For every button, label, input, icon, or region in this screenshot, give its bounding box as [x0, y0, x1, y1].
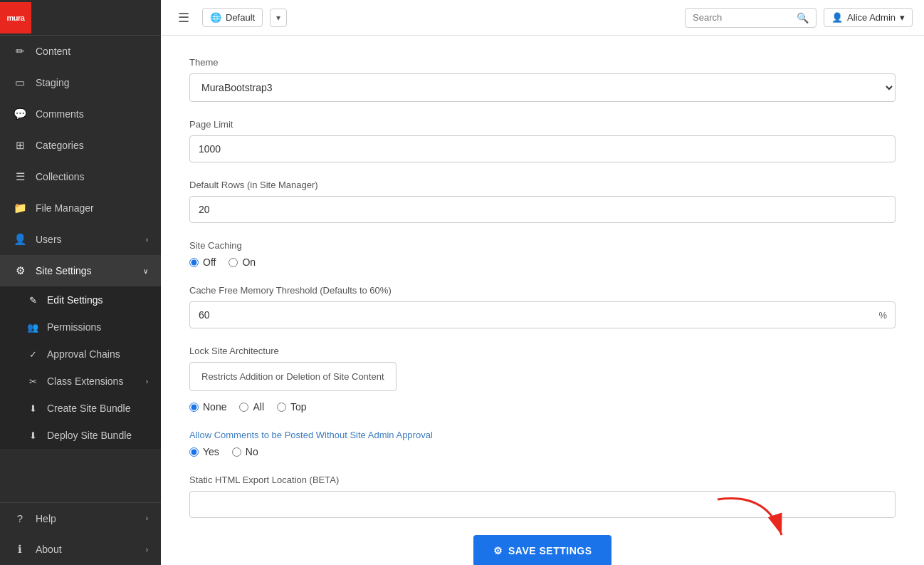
sidebar-item-approval-chains[interactable]: ✓ Approval Chains [0, 341, 161, 368]
site-selector-button[interactable]: 🌐 Default [202, 8, 263, 27]
lock-top-radio[interactable] [277, 403, 286, 412]
sidebar-item-class-extensions[interactable]: ✂ Class Extensions › [0, 368, 161, 395]
lock-all-label[interactable]: All [239, 401, 264, 413]
site-caching-section: Site Caching Off On [189, 240, 896, 268]
sidebar-item-edit-settings[interactable]: ✎ Edit Settings [0, 286, 161, 313]
deploy-bundle-icon: ⬇ [26, 430, 40, 441]
save-button-label: SAVE SETTINGS [508, 545, 592, 556]
sidebar-item-site-settings[interactable]: ⚙ Site Settings ∨ [0, 255, 161, 286]
sidebar-item-permissions[interactable]: 👥 Permissions [0, 313, 161, 341]
cache-threshold-section: Cache Free Memory Threshold (Defaults to… [189, 285, 896, 328]
sidebar-item-collections[interactable]: ☰ Collections [0, 161, 161, 192]
permissions-icon: 👥 [26, 322, 40, 333]
default-rows-section: Default Rows (in Site Manager) [189, 180, 896, 223]
chevron-right-icon: › [146, 236, 148, 244]
sidebar-item-create-bundle[interactable]: ⬇ Create Site Bundle [0, 395, 161, 422]
search-input[interactable] [693, 12, 792, 23]
sidebar-header: mura [0, 0, 161, 36]
sidebar-item-label: Help [36, 513, 56, 524]
save-area: ⚙ SAVE SETTINGS [189, 535, 896, 565]
theme-label: Theme [189, 57, 896, 68]
default-rows-label: Default Rows (in Site Manager) [189, 180, 896, 190]
caching-radio-group: Off On [189, 256, 896, 268]
lock-none-label[interactable]: None [189, 401, 226, 413]
lock-site-section: Lock Site Architecture Restricts Additio… [189, 346, 896, 413]
sidebar-item-label: Comments [36, 108, 84, 120]
caching-on-label[interactable]: On [229, 256, 256, 268]
comments-yes-label[interactable]: Yes [189, 446, 219, 457]
caching-off-radio[interactable] [189, 258, 199, 267]
hamburger-button[interactable]: ☰ [172, 7, 195, 28]
site-settings-subnav: ✎ Edit Settings 👥 Permissions ✓ Approval… [0, 286, 161, 449]
sidebar-item-about[interactable]: ℹ About › [0, 534, 161, 565]
comments-no-radio[interactable] [232, 447, 241, 457]
sidebar-item-label: About [36, 544, 62, 555]
sidebar-nav: ✏ Content ▭ Staging 💬 Comments ⊞ Categor… [0, 36, 161, 502]
sidebar-item-deploy-bundle[interactable]: ⬇ Deploy Site Bundle [0, 422, 161, 449]
lock-none-radio[interactable] [189, 403, 199, 412]
logo-text: mura [7, 14, 25, 22]
approval-icon: ✓ [26, 349, 40, 360]
site-settings-icon: ⚙ [13, 264, 27, 277]
sidebar-item-label: Collections [36, 171, 84, 182]
sidebar-item-users[interactable]: 👤 Users › [0, 224, 161, 255]
sidebar-item-comments[interactable]: 💬 Comments [0, 98, 161, 130]
sidebar-item-label: Users [36, 234, 62, 245]
lock-site-label: Lock Site Architecture [189, 346, 896, 356]
subitem-label: Create Site Bundle [47, 403, 131, 414]
static-html-input[interactable] [189, 491, 896, 518]
site-caching-label: Site Caching [189, 240, 896, 251]
categories-icon: ⊞ [13, 139, 27, 152]
theme-select[interactable]: MuraBootstrap3MuraBootstrap4Default [189, 73, 896, 102]
default-rows-input[interactable] [189, 196, 896, 223]
sidebar-item-file-manager[interactable]: 📁 File Manager [0, 192, 161, 224]
sidebar-item-label: Staging [36, 77, 69, 88]
caching-on-radio[interactable] [229, 258, 238, 267]
chevron-down-icon: ∨ [143, 267, 148, 275]
sidebar-item-staging[interactable]: ▭ Staging [0, 67, 161, 98]
help-icon: ? [13, 512, 27, 524]
lock-site-info-box: Restricts Addition or Deletion of Site C… [189, 362, 397, 391]
subitem-label: Edit Settings [47, 294, 103, 306]
search-box: 🔍 [685, 8, 817, 28]
cache-threshold-label: Cache Free Memory Threshold (Defaults to… [189, 285, 896, 296]
lock-top-text: Top [290, 401, 307, 413]
lock-all-text: All [253, 401, 264, 413]
lock-all-radio[interactable] [239, 403, 248, 412]
cache-threshold-input[interactable] [189, 301, 896, 328]
search-icon: 🔍 [797, 12, 809, 24]
lock-radio-group: None All Top [189, 401, 896, 413]
about-icon: ℹ [13, 543, 27, 556]
file-manager-icon: 📁 [13, 202, 27, 214]
sidebar-item-content[interactable]: ✏ Content [0, 36, 161, 67]
save-icon: ⚙ [493, 545, 503, 556]
lock-top-label[interactable]: Top [277, 401, 307, 413]
comments-icon: 💬 [13, 108, 27, 120]
user-menu-button[interactable]: 👤 Alice Admin ▾ [824, 8, 913, 27]
collections-icon: ☰ [13, 170, 27, 183]
edit-icon: ✎ [26, 295, 40, 306]
page-limit-input[interactable] [189, 135, 896, 162]
create-bundle-icon: ⬇ [26, 403, 40, 414]
cache-threshold-group: % [189, 301, 896, 328]
sidebar-item-categories[interactable]: ⊞ Categories [0, 130, 161, 161]
users-icon: 👤 [13, 233, 27, 246]
allow-comments-label: Allow Comments to be Posted Without Site… [189, 430, 896, 440]
comments-no-label[interactable]: No [232, 446, 258, 457]
chevron-right-icon: › [146, 378, 148, 385]
content-icon: ✏ [13, 45, 27, 58]
subitem-label: Deploy Site Bundle [47, 430, 132, 441]
sidebar-item-help[interactable]: ? Help › [0, 503, 161, 534]
site-dropdown-button[interactable]: ▾ [270, 9, 287, 27]
save-settings-button[interactable]: ⚙ SAVE SETTINGS [473, 535, 612, 565]
user-icon: 👤 [831, 12, 843, 23]
sidebar-item-label: File Manager [36, 202, 94, 214]
subitem-label: Permissions [47, 321, 101, 333]
main-area: ☰ 🌐 Default ▾ 🔍 👤 Alice Admin ▾ Theme Mu… [161, 0, 924, 565]
caching-off-label[interactable]: Off [189, 256, 216, 268]
sidebar-bottom: ? Help › ℹ About › [0, 502, 161, 565]
subitem-label: Approval Chains [47, 348, 120, 360]
mura-logo[interactable]: mura [0, 2, 31, 33]
comments-yes-radio[interactable] [189, 447, 199, 457]
sidebar: mura ✏ Content ▭ Staging 💬 Comments ⊞ Ca… [0, 0, 161, 565]
